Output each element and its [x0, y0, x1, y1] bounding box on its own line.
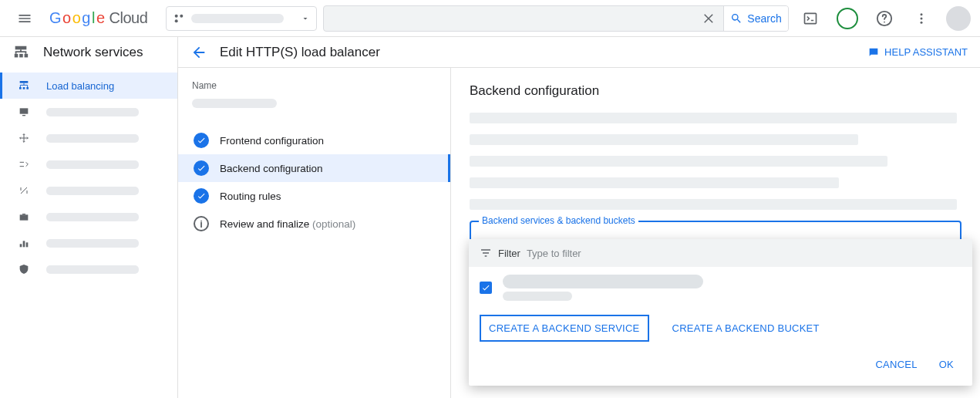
create-backend-service-button[interactable]: CREATE A BACKEND SERVICE — [480, 315, 649, 342]
clear-search-button[interactable] — [695, 6, 723, 31]
load-balancing-icon — [17, 79, 31, 92]
check-icon — [194, 160, 209, 176]
svg-point-1 — [180, 14, 184, 17]
svg-rect-16 — [26, 87, 29, 89]
svg-point-8 — [921, 21, 923, 23]
circle-icon — [837, 8, 858, 29]
dropdown-ok-button[interactable]: OK — [931, 352, 961, 376]
sidebar-item[interactable] — [0, 99, 177, 125]
sidebar-item[interactable] — [0, 125, 177, 151]
network-services-icon — [12, 44, 29, 61]
help-button[interactable] — [869, 3, 900, 34]
avatar-icon — [946, 6, 971, 31]
backend-option[interactable] — [469, 267, 972, 309]
search-input[interactable] — [324, 6, 695, 31]
svg-point-5 — [884, 21, 885, 22]
account-avatar[interactable] — [943, 3, 974, 34]
route-icon — [17, 158, 31, 170]
checkbox-checked[interactable] — [480, 282, 492, 294]
help-icon — [876, 10, 893, 27]
svg-rect-18 — [22, 115, 25, 116]
svg-rect-19 — [20, 214, 29, 220]
backend-config-title: Backend configuration — [470, 83, 961, 99]
step-label: Backend configuration — [220, 163, 323, 174]
step-label: Review and finalize (optional) — [220, 218, 355, 230]
svg-rect-17 — [20, 108, 29, 113]
step-backend[interactable]: Backend configuration — [178, 154, 450, 182]
svg-point-6 — [921, 13, 923, 15]
check-icon — [194, 133, 209, 148]
sidebar-item[interactable] — [0, 230, 177, 256]
nav-menu-button[interactable] — [6, 0, 43, 37]
chevron-down-icon — [301, 14, 310, 23]
step-label: Routing rules — [220, 191, 281, 202]
svg-point-7 — [921, 17, 923, 19]
svg-rect-21 — [23, 241, 25, 247]
svg-rect-9 — [15, 46, 27, 50]
step-review[interactable]: i Review and finalize (optional) — [192, 210, 436, 238]
arrow-left-icon — [190, 44, 207, 61]
product-title: Network services — [0, 37, 177, 68]
chat-icon — [867, 46, 880, 59]
svg-point-2 — [175, 19, 178, 22]
filter-icon — [480, 247, 492, 259]
check-icon — [194, 188, 209, 204]
search-icon — [730, 12, 743, 25]
svg-rect-20 — [20, 244, 22, 247]
svg-rect-3 — [805, 13, 817, 23]
svg-rect-15 — [23, 87, 25, 89]
name-value-placeholder — [192, 99, 277, 108]
sidebar-item[interactable] — [0, 256, 177, 282]
sidebar-item[interactable] — [0, 177, 177, 204]
create-backend-bucket-button[interactable]: CREATE A BACKEND BUCKET — [665, 316, 827, 340]
backend-dropdown-panel: Filter Type to filter CREATE A BA — [469, 239, 972, 386]
terminal-icon — [803, 11, 818, 26]
sidebar-item-label: Load balancing — [46, 80, 114, 92]
more-menu-button[interactable] — [906, 3, 937, 34]
move-icon — [17, 132, 31, 144]
search-button[interactable]: Search — [723, 6, 788, 31]
device-icon — [17, 106, 31, 118]
sidebar-item-load-balancing[interactable]: Load balancing — [0, 73, 177, 99]
google-cloud-logo: Google Cloud — [49, 9, 147, 27]
option-label — [503, 275, 703, 301]
close-icon — [702, 12, 716, 25]
cloud-shell-button[interactable] — [795, 3, 826, 34]
svg-rect-10 — [15, 54, 19, 58]
svg-point-0 — [175, 14, 178, 17]
step-label: Frontend configuration — [220, 135, 324, 147]
analytics-icon — [17, 237, 31, 249]
svg-rect-14 — [19, 87, 22, 89]
svg-rect-11 — [19, 54, 23, 58]
sidebar-item[interactable] — [0, 204, 177, 230]
status-indicator[interactable] — [832, 3, 863, 34]
svg-rect-13 — [20, 81, 29, 83]
connector-icon — [17, 184, 31, 197]
info-icon: i — [194, 216, 209, 231]
help-assistant-button[interactable]: HELP ASSISTANT — [867, 46, 968, 59]
dropdown-cancel-button[interactable]: CANCEL — [867, 352, 924, 376]
dropdown-filter[interactable]: Filter Type to filter — [469, 239, 972, 267]
step-frontend[interactable]: Frontend configuration — [192, 126, 436, 154]
svg-rect-22 — [26, 242, 29, 247]
briefcase-icon — [17, 211, 31, 223]
sidebar-item[interactable] — [0, 151, 177, 177]
page-title: Edit HTTP(S) load balancer — [220, 45, 380, 60]
fieldset-legend: Backend services & backend buckets — [479, 215, 638, 226]
svg-rect-12 — [25, 54, 29, 58]
more-vert-icon — [914, 12, 928, 25]
back-button[interactable] — [190, 44, 207, 61]
project-selector[interactable] — [166, 6, 317, 31]
shield-icon — [17, 263, 31, 275]
name-label: Name — [192, 80, 436, 91]
step-routing[interactable]: Routing rules — [192, 182, 436, 210]
